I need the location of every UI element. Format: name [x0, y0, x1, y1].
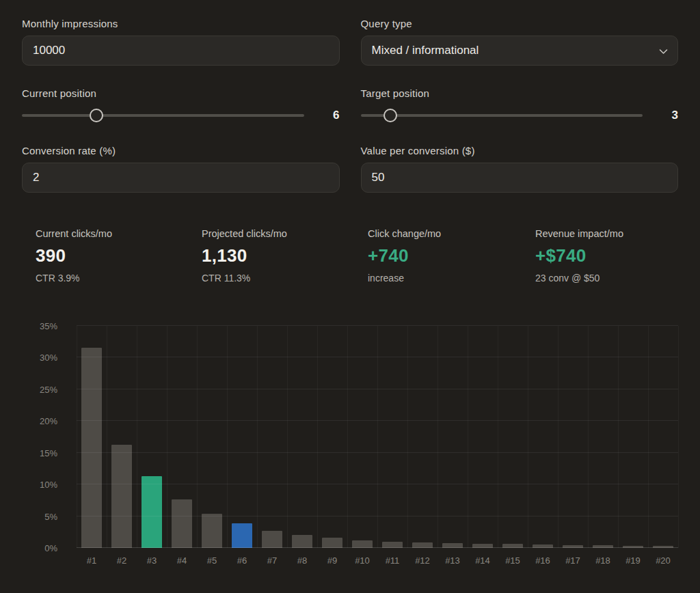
chart-y-tick-label: 30% — [40, 353, 57, 363]
chart-bar-slot — [498, 326, 528, 548]
chart-gridline-v — [588, 326, 589, 548]
chart-bar-slot — [167, 326, 197, 548]
field-current-position: Current position 6 — [22, 87, 340, 123]
chart-x-tick-label: #7 — [257, 555, 287, 566]
chart-bar-slot — [107, 326, 137, 548]
chart-x-tick-label: #14 — [468, 555, 498, 566]
query-type-selected-value: Mixed / informational — [372, 44, 479, 57]
chart-bar-slot — [317, 326, 347, 548]
stat-projected-clicks: Projected clicks/mo 1,130 CTR 11.3% — [202, 228, 368, 284]
chart-x-tick-label: #20 — [648, 555, 678, 566]
chart-bar-slot — [347, 326, 377, 548]
chart-y-tick-label: 10% — [40, 480, 57, 490]
target-position-slider-thumb[interactable] — [383, 109, 397, 122]
chart-x-tick-label: #11 — [377, 555, 407, 566]
current-position-slider[interactable] — [22, 108, 304, 123]
query-type-select[interactable]: Mixed / informational — [361, 36, 679, 66]
chart-gridline-v — [558, 326, 558, 548]
conversion-rate-input[interactable] — [22, 163, 340, 193]
target-position-value: 3 — [658, 109, 678, 122]
chart-gridline-v — [528, 326, 528, 548]
chart-gridline-v — [137, 326, 137, 548]
chart-gridline-v — [347, 326, 348, 548]
chart-x-tick-label: #2 — [107, 555, 137, 566]
chart-gridline-v — [167, 326, 167, 548]
chart-gridline-v — [317, 326, 318, 548]
chart-x-axis: #1#2#3#4#5#6#7#8#9#10#11#12#13#14#15#16#… — [77, 555, 678, 566]
value-per-conversion-input[interactable] — [361, 163, 679, 193]
chart-y-tick-label: 0% — [44, 543, 57, 553]
chart-bar-slot — [468, 326, 498, 548]
chart-gridline-v — [438, 326, 438, 548]
query-type-label: Query type — [361, 18, 679, 29]
chart-x-tick-label: #5 — [197, 555, 227, 566]
ctr-by-position-chart: 0%5%10%15%20%25%30%35% #1#2#3#4#5#6#7#8#… — [22, 326, 678, 566]
chart-y-tick-label: 5% — [44, 511, 57, 521]
chart-x-tick-label: #16 — [528, 555, 558, 566]
stat-value: +$740 — [535, 245, 678, 266]
ctr-calculator-page: Monthly impressions Query type Mixed / i… — [0, 0, 700, 566]
chart-bar-slot — [438, 326, 468, 548]
field-monthly-impressions: Monthly impressions — [22, 18, 340, 66]
stat-value: 1,130 — [202, 245, 368, 266]
chart-bar-slot — [648, 326, 678, 548]
conversion-rate-label: Conversion rate (%) — [22, 145, 340, 156]
stats-row: Current clicks/mo 390 CTR 3.9% Projected… — [22, 228, 678, 284]
chart-gridline-v — [648, 326, 649, 548]
chart-y-tick-label: 15% — [40, 447, 57, 458]
stat-click-change: Click change/mo +740 increase — [368, 228, 535, 284]
chart-x-tick-label: #4 — [167, 555, 197, 566]
chart-bar-slot — [287, 326, 317, 548]
field-query-type: Query type Mixed / informational — [361, 18, 679, 66]
stat-label: Revenue impact/mo — [535, 228, 678, 239]
chevron-down-icon — [659, 49, 668, 55]
chart-x-tick-label: #13 — [438, 555, 468, 566]
stat-sub: CTR 11.3% — [202, 273, 368, 284]
inputs-row-2: Conversion rate (%) Value per conversion… — [22, 145, 678, 193]
current-position-slider-track — [22, 114, 304, 117]
stat-current-clicks: Current clicks/mo 390 CTR 3.9% — [36, 228, 202, 284]
chart-gridline-v — [407, 326, 408, 548]
chart-gridline-v — [287, 326, 288, 548]
stat-label: Current clicks/mo — [36, 228, 202, 239]
field-value-per-conversion: Value per conversion ($) — [361, 145, 679, 193]
chart-gridline-v — [618, 326, 619, 548]
stat-label: Projected clicks/mo — [202, 228, 368, 239]
chart-x-tick-label: #10 — [347, 555, 377, 566]
chart-x-tick-label: #1 — [77, 555, 107, 566]
chart-x-tick-label: #18 — [588, 555, 618, 566]
chart-x-tick-label: #15 — [498, 555, 528, 566]
chart-bar-slot — [197, 326, 227, 548]
chart-bar — [262, 531, 282, 548]
chart-bar-slot — [77, 326, 107, 548]
chart-gridline-v — [377, 326, 378, 548]
chart-x-tick-label: #12 — [407, 555, 438, 566]
chart-x-tick-label: #17 — [558, 555, 588, 566]
target-position-slider[interactable] — [361, 108, 643, 123]
stat-value: 390 — [36, 245, 202, 266]
chart-bar — [202, 514, 221, 548]
stat-sub: increase — [368, 273, 535, 284]
chart-y-tick-label: 20% — [40, 416, 57, 426]
target-position-slider-track — [361, 114, 643, 117]
chart-bar-slot — [618, 326, 648, 548]
chart-gridline-v — [227, 326, 228, 548]
chart-bar-slot — [377, 326, 407, 548]
chart-bar-target-position — [142, 476, 161, 548]
chart-bar — [111, 445, 131, 548]
chart-bar-slot — [137, 326, 167, 548]
chart-gridline-v — [107, 326, 107, 548]
current-position-label: Current position — [22, 87, 340, 99]
chart-bar-slot — [257, 326, 287, 548]
chart-bar — [172, 499, 191, 549]
chart-bar-slot — [558, 326, 588, 548]
monthly-impressions-input[interactable] — [22, 36, 340, 66]
chart-gridline-v — [197, 326, 198, 548]
chart-bar — [292, 535, 312, 548]
sliders-row: Current position 6 Target position 3 — [22, 87, 678, 123]
chart-y-tick-label: 25% — [40, 384, 57, 394]
value-per-conversion-label: Value per conversion ($) — [361, 145, 679, 156]
inputs-row-1: Monthly impressions Query type Mixed / i… — [22, 18, 678, 66]
current-position-slider-thumb[interactable] — [90, 109, 103, 122]
chart-gridline-v — [257, 326, 258, 548]
